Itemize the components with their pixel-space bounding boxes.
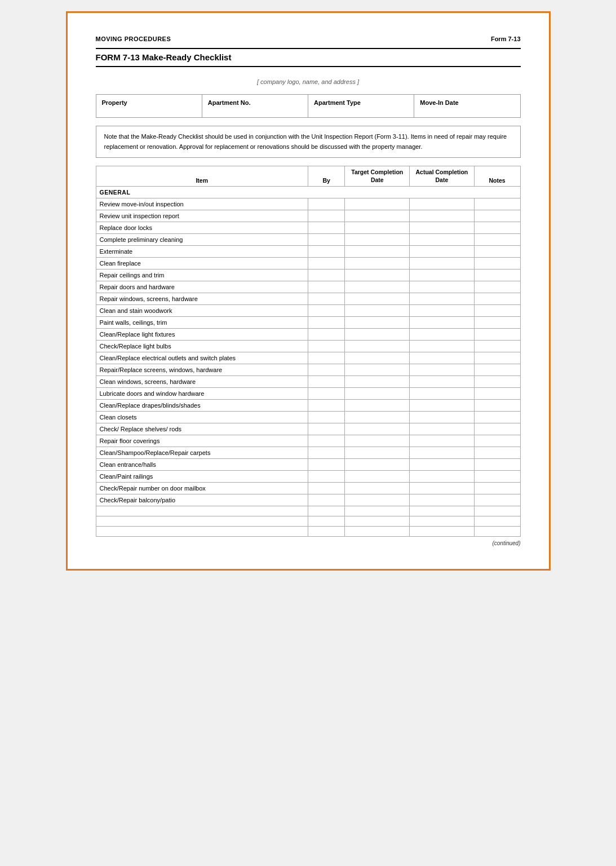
actual-cell[interactable] bbox=[410, 317, 475, 329]
actual-cell[interactable] bbox=[410, 400, 475, 412]
property-field[interactable]: Property bbox=[96, 95, 202, 117]
actual-cell[interactable] bbox=[410, 341, 475, 352]
by-cell[interactable] bbox=[308, 400, 345, 412]
actual-cell[interactable] bbox=[410, 364, 475, 376]
notes-cell[interactable] bbox=[474, 412, 520, 423]
notes-cell[interactable] bbox=[474, 376, 520, 388]
by-cell[interactable] bbox=[308, 293, 345, 305]
actual-cell[interactable] bbox=[410, 471, 475, 483]
actual-cell[interactable] bbox=[410, 293, 475, 305]
by-cell[interactable] bbox=[308, 234, 345, 246]
target-cell[interactable] bbox=[345, 210, 410, 222]
notes-cell[interactable] bbox=[474, 483, 520, 494]
notes-cell[interactable] bbox=[474, 293, 520, 305]
actual-cell[interactable] bbox=[410, 246, 475, 258]
actual-cell[interactable] bbox=[410, 412, 475, 423]
target-cell[interactable] bbox=[345, 435, 410, 447]
notes-cell[interactable] bbox=[474, 459, 520, 471]
by-cell[interactable] bbox=[308, 305, 345, 317]
actual-cell[interactable] bbox=[410, 234, 475, 246]
target-cell[interactable] bbox=[345, 341, 410, 352]
notes-cell[interactable] bbox=[474, 258, 520, 269]
target-cell[interactable] bbox=[345, 412, 410, 423]
actual-cell[interactable] bbox=[410, 376, 475, 388]
notes-cell[interactable] bbox=[474, 352, 520, 364]
empty-cell[interactable] bbox=[474, 516, 520, 527]
actual-cell[interactable] bbox=[410, 483, 475, 494]
by-cell[interactable] bbox=[308, 258, 345, 269]
empty-cell[interactable] bbox=[96, 527, 308, 537]
by-cell[interactable] bbox=[308, 423, 345, 435]
actual-cell[interactable] bbox=[410, 435, 475, 447]
actual-cell[interactable] bbox=[410, 329, 475, 341]
target-cell[interactable] bbox=[345, 305, 410, 317]
target-cell[interactable] bbox=[345, 376, 410, 388]
actual-cell[interactable] bbox=[410, 459, 475, 471]
notes-cell[interactable] bbox=[474, 234, 520, 246]
target-cell[interactable] bbox=[345, 471, 410, 483]
notes-cell[interactable] bbox=[474, 246, 520, 258]
target-cell[interactable] bbox=[345, 364, 410, 376]
actual-cell[interactable] bbox=[410, 352, 475, 364]
notes-cell[interactable] bbox=[474, 364, 520, 376]
target-cell[interactable] bbox=[345, 246, 410, 258]
target-cell[interactable] bbox=[345, 483, 410, 494]
target-cell[interactable] bbox=[345, 329, 410, 341]
empty-cell[interactable] bbox=[474, 506, 520, 516]
by-cell[interactable] bbox=[308, 210, 345, 222]
actual-cell[interactable] bbox=[410, 269, 475, 281]
empty-cell[interactable] bbox=[96, 516, 308, 527]
notes-cell[interactable] bbox=[474, 423, 520, 435]
actual-cell[interactable] bbox=[410, 198, 475, 210]
empty-cell[interactable] bbox=[410, 506, 475, 516]
empty-cell[interactable] bbox=[345, 506, 410, 516]
actual-cell[interactable] bbox=[410, 281, 475, 293]
notes-cell[interactable] bbox=[474, 317, 520, 329]
apartment-type-field[interactable]: Apartment Type bbox=[308, 95, 414, 117]
by-cell[interactable] bbox=[308, 388, 345, 400]
target-cell[interactable] bbox=[345, 388, 410, 400]
target-cell[interactable] bbox=[345, 352, 410, 364]
by-cell[interactable] bbox=[308, 198, 345, 210]
by-cell[interactable] bbox=[308, 483, 345, 494]
empty-cell[interactable] bbox=[308, 516, 345, 527]
notes-cell[interactable] bbox=[474, 281, 520, 293]
notes-cell[interactable] bbox=[474, 305, 520, 317]
empty-cell[interactable] bbox=[410, 527, 475, 537]
notes-cell[interactable] bbox=[474, 341, 520, 352]
actual-cell[interactable] bbox=[410, 388, 475, 400]
by-cell[interactable] bbox=[308, 471, 345, 483]
target-cell[interactable] bbox=[345, 222, 410, 234]
actual-cell[interactable] bbox=[410, 305, 475, 317]
by-cell[interactable] bbox=[308, 269, 345, 281]
notes-cell[interactable] bbox=[474, 400, 520, 412]
by-cell[interactable] bbox=[308, 317, 345, 329]
notes-cell[interactable] bbox=[474, 494, 520, 506]
by-cell[interactable] bbox=[308, 494, 345, 506]
notes-cell[interactable] bbox=[474, 329, 520, 341]
empty-cell[interactable] bbox=[96, 506, 308, 516]
notes-cell[interactable] bbox=[474, 447, 520, 459]
empty-cell[interactable] bbox=[308, 527, 345, 537]
by-cell[interactable] bbox=[308, 329, 345, 341]
by-cell[interactable] bbox=[308, 435, 345, 447]
target-cell[interactable] bbox=[345, 281, 410, 293]
target-cell[interactable] bbox=[345, 293, 410, 305]
move-in-date-field[interactable]: Move-In Date bbox=[414, 95, 520, 117]
empty-cell[interactable] bbox=[345, 516, 410, 527]
notes-cell[interactable] bbox=[474, 388, 520, 400]
apartment-no-field[interactable]: Apartment No. bbox=[202, 95, 308, 117]
by-cell[interactable] bbox=[308, 246, 345, 258]
actual-cell[interactable] bbox=[410, 447, 475, 459]
by-cell[interactable] bbox=[308, 447, 345, 459]
by-cell[interactable] bbox=[308, 364, 345, 376]
actual-cell[interactable] bbox=[410, 423, 475, 435]
empty-cell[interactable] bbox=[345, 527, 410, 537]
empty-cell[interactable] bbox=[474, 527, 520, 537]
empty-cell[interactable] bbox=[308, 506, 345, 516]
target-cell[interactable] bbox=[345, 400, 410, 412]
notes-cell[interactable] bbox=[474, 269, 520, 281]
by-cell[interactable] bbox=[308, 412, 345, 423]
by-cell[interactable] bbox=[308, 222, 345, 234]
target-cell[interactable] bbox=[345, 317, 410, 329]
